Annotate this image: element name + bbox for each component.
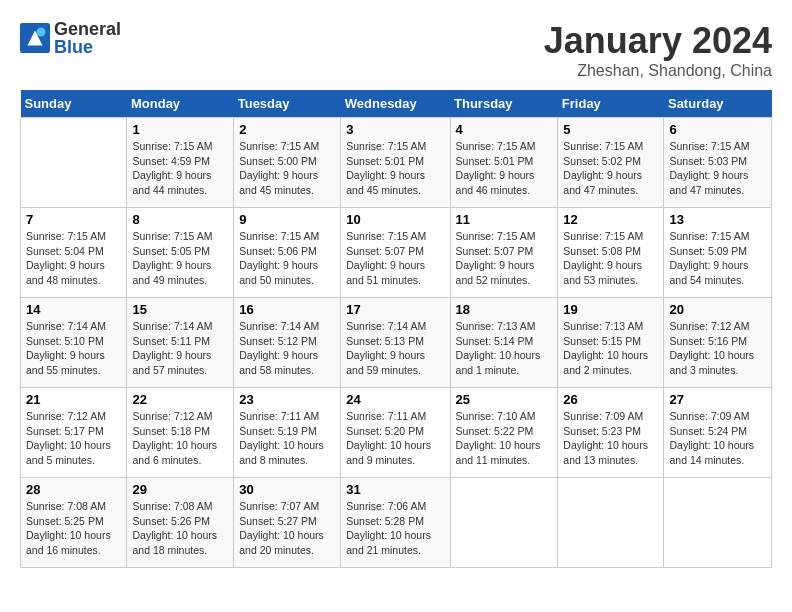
month-title: January 2024 bbox=[544, 20, 772, 62]
calendar-week-row: 14Sunrise: 7:14 AM Sunset: 5:10 PM Dayli… bbox=[21, 298, 772, 388]
calendar-cell bbox=[450, 478, 558, 568]
title-block: January 2024 Zheshan, Shandong, China bbox=[544, 20, 772, 80]
calendar-cell bbox=[21, 118, 127, 208]
calendar-body: 1Sunrise: 7:15 AM Sunset: 4:59 PM Daylig… bbox=[21, 118, 772, 568]
day-number: 25 bbox=[456, 392, 553, 407]
day-number: 14 bbox=[26, 302, 121, 317]
day-info: Sunrise: 7:15 AM Sunset: 5:07 PM Dayligh… bbox=[346, 229, 444, 288]
day-info: Sunrise: 7:09 AM Sunset: 5:23 PM Dayligh… bbox=[563, 409, 658, 468]
day-info: Sunrise: 7:13 AM Sunset: 5:15 PM Dayligh… bbox=[563, 319, 658, 378]
calendar-cell: 15Sunrise: 7:14 AM Sunset: 5:11 PM Dayli… bbox=[127, 298, 234, 388]
calendar-cell bbox=[664, 478, 772, 568]
day-info: Sunrise: 7:12 AM Sunset: 5:17 PM Dayligh… bbox=[26, 409, 121, 468]
calendar-week-row: 1Sunrise: 7:15 AM Sunset: 4:59 PM Daylig… bbox=[21, 118, 772, 208]
calendar-week-row: 7Sunrise: 7:15 AM Sunset: 5:04 PM Daylig… bbox=[21, 208, 772, 298]
page-header: General Blue January 2024 Zheshan, Shand… bbox=[20, 20, 772, 80]
day-number: 20 bbox=[669, 302, 766, 317]
logo-text: General Blue bbox=[54, 20, 121, 56]
day-number: 19 bbox=[563, 302, 658, 317]
calendar-cell: 25Sunrise: 7:10 AM Sunset: 5:22 PM Dayli… bbox=[450, 388, 558, 478]
day-number: 12 bbox=[563, 212, 658, 227]
day-number: 27 bbox=[669, 392, 766, 407]
calendar-week-row: 28Sunrise: 7:08 AM Sunset: 5:25 PM Dayli… bbox=[21, 478, 772, 568]
day-info: Sunrise: 7:14 AM Sunset: 5:13 PM Dayligh… bbox=[346, 319, 444, 378]
day-number: 10 bbox=[346, 212, 444, 227]
weekday-header-thursday: Thursday bbox=[450, 90, 558, 118]
weekday-header-wednesday: Wednesday bbox=[341, 90, 450, 118]
logo-general-text: General bbox=[54, 20, 121, 38]
day-number: 23 bbox=[239, 392, 335, 407]
calendar-cell: 2Sunrise: 7:15 AM Sunset: 5:00 PM Daylig… bbox=[234, 118, 341, 208]
calendar-cell: 31Sunrise: 7:06 AM Sunset: 5:28 PM Dayli… bbox=[341, 478, 450, 568]
day-number: 21 bbox=[26, 392, 121, 407]
day-info: Sunrise: 7:15 AM Sunset: 5:01 PM Dayligh… bbox=[346, 139, 444, 198]
calendar-cell: 24Sunrise: 7:11 AM Sunset: 5:20 PM Dayli… bbox=[341, 388, 450, 478]
day-number: 22 bbox=[132, 392, 228, 407]
day-info: Sunrise: 7:15 AM Sunset: 5:06 PM Dayligh… bbox=[239, 229, 335, 288]
day-info: Sunrise: 7:12 AM Sunset: 5:16 PM Dayligh… bbox=[669, 319, 766, 378]
calendar-cell: 21Sunrise: 7:12 AM Sunset: 5:17 PM Dayli… bbox=[21, 388, 127, 478]
day-info: Sunrise: 7:09 AM Sunset: 5:24 PM Dayligh… bbox=[669, 409, 766, 468]
weekday-header-friday: Friday bbox=[558, 90, 664, 118]
day-number: 5 bbox=[563, 122, 658, 137]
day-info: Sunrise: 7:15 AM Sunset: 5:00 PM Dayligh… bbox=[239, 139, 335, 198]
weekday-header-sunday: Sunday bbox=[21, 90, 127, 118]
calendar-cell bbox=[558, 478, 664, 568]
calendar-cell: 11Sunrise: 7:15 AM Sunset: 5:07 PM Dayli… bbox=[450, 208, 558, 298]
day-info: Sunrise: 7:14 AM Sunset: 5:11 PM Dayligh… bbox=[132, 319, 228, 378]
day-number: 8 bbox=[132, 212, 228, 227]
calendar-cell: 17Sunrise: 7:14 AM Sunset: 5:13 PM Dayli… bbox=[341, 298, 450, 388]
calendar-cell: 18Sunrise: 7:13 AM Sunset: 5:14 PM Dayli… bbox=[450, 298, 558, 388]
day-info: Sunrise: 7:14 AM Sunset: 5:12 PM Dayligh… bbox=[239, 319, 335, 378]
calendar-week-row: 21Sunrise: 7:12 AM Sunset: 5:17 PM Dayli… bbox=[21, 388, 772, 478]
calendar-cell: 4Sunrise: 7:15 AM Sunset: 5:01 PM Daylig… bbox=[450, 118, 558, 208]
day-info: Sunrise: 7:15 AM Sunset: 5:05 PM Dayligh… bbox=[132, 229, 228, 288]
day-number: 9 bbox=[239, 212, 335, 227]
calendar-cell: 19Sunrise: 7:13 AM Sunset: 5:15 PM Dayli… bbox=[558, 298, 664, 388]
logo-blue-text: Blue bbox=[54, 38, 121, 56]
calendar-cell: 7Sunrise: 7:15 AM Sunset: 5:04 PM Daylig… bbox=[21, 208, 127, 298]
day-number: 28 bbox=[26, 482, 121, 497]
calendar-cell: 6Sunrise: 7:15 AM Sunset: 5:03 PM Daylig… bbox=[664, 118, 772, 208]
day-info: Sunrise: 7:15 AM Sunset: 4:59 PM Dayligh… bbox=[132, 139, 228, 198]
calendar-table: SundayMondayTuesdayWednesdayThursdayFrid… bbox=[20, 90, 772, 568]
day-number: 13 bbox=[669, 212, 766, 227]
day-info: Sunrise: 7:15 AM Sunset: 5:07 PM Dayligh… bbox=[456, 229, 553, 288]
day-number: 15 bbox=[132, 302, 228, 317]
day-number: 24 bbox=[346, 392, 444, 407]
calendar-cell: 16Sunrise: 7:14 AM Sunset: 5:12 PM Dayli… bbox=[234, 298, 341, 388]
day-info: Sunrise: 7:15 AM Sunset: 5:02 PM Dayligh… bbox=[563, 139, 658, 198]
calendar-cell: 29Sunrise: 7:08 AM Sunset: 5:26 PM Dayli… bbox=[127, 478, 234, 568]
calendar-cell: 5Sunrise: 7:15 AM Sunset: 5:02 PM Daylig… bbox=[558, 118, 664, 208]
day-number: 26 bbox=[563, 392, 658, 407]
logo: General Blue bbox=[20, 20, 121, 56]
day-number: 30 bbox=[239, 482, 335, 497]
day-info: Sunrise: 7:15 AM Sunset: 5:01 PM Dayligh… bbox=[456, 139, 553, 198]
day-number: 6 bbox=[669, 122, 766, 137]
day-number: 7 bbox=[26, 212, 121, 227]
weekday-header-tuesday: Tuesday bbox=[234, 90, 341, 118]
day-info: Sunrise: 7:15 AM Sunset: 5:08 PM Dayligh… bbox=[563, 229, 658, 288]
svg-point-2 bbox=[37, 28, 46, 37]
day-number: 4 bbox=[456, 122, 553, 137]
calendar-cell: 10Sunrise: 7:15 AM Sunset: 5:07 PM Dayli… bbox=[341, 208, 450, 298]
day-info: Sunrise: 7:11 AM Sunset: 5:19 PM Dayligh… bbox=[239, 409, 335, 468]
day-info: Sunrise: 7:14 AM Sunset: 5:10 PM Dayligh… bbox=[26, 319, 121, 378]
day-info: Sunrise: 7:10 AM Sunset: 5:22 PM Dayligh… bbox=[456, 409, 553, 468]
logo-icon bbox=[20, 23, 50, 53]
calendar-cell: 8Sunrise: 7:15 AM Sunset: 5:05 PM Daylig… bbox=[127, 208, 234, 298]
calendar-cell: 28Sunrise: 7:08 AM Sunset: 5:25 PM Dayli… bbox=[21, 478, 127, 568]
day-info: Sunrise: 7:15 AM Sunset: 5:04 PM Dayligh… bbox=[26, 229, 121, 288]
calendar-cell: 14Sunrise: 7:14 AM Sunset: 5:10 PM Dayli… bbox=[21, 298, 127, 388]
day-number: 2 bbox=[239, 122, 335, 137]
day-number: 29 bbox=[132, 482, 228, 497]
day-number: 1 bbox=[132, 122, 228, 137]
day-info: Sunrise: 7:08 AM Sunset: 5:25 PM Dayligh… bbox=[26, 499, 121, 558]
calendar-cell: 3Sunrise: 7:15 AM Sunset: 5:01 PM Daylig… bbox=[341, 118, 450, 208]
day-info: Sunrise: 7:12 AM Sunset: 5:18 PM Dayligh… bbox=[132, 409, 228, 468]
day-info: Sunrise: 7:07 AM Sunset: 5:27 PM Dayligh… bbox=[239, 499, 335, 558]
day-info: Sunrise: 7:15 AM Sunset: 5:03 PM Dayligh… bbox=[669, 139, 766, 198]
day-info: Sunrise: 7:08 AM Sunset: 5:26 PM Dayligh… bbox=[132, 499, 228, 558]
calendar-cell: 9Sunrise: 7:15 AM Sunset: 5:06 PM Daylig… bbox=[234, 208, 341, 298]
day-info: Sunrise: 7:06 AM Sunset: 5:28 PM Dayligh… bbox=[346, 499, 444, 558]
